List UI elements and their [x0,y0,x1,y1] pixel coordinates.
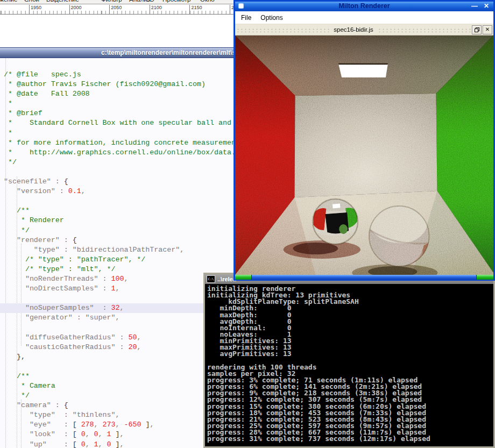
code-line[interactable]: "diffuseGatherRadius" : 50, [0,333,236,343]
code-line[interactable] [0,323,236,332]
ruler-major-tick [29,5,30,14]
ps-menu-item[interactable]: Просмотр [162,0,191,3]
code-segment [4,353,17,361]
milton-titlebar[interactable]: Milton Renderer — ✕ [235,2,493,11]
code-segment: , [124,275,128,283]
code-line[interactable]: "causticGatherRadius" : 20, [0,343,236,352]
code-line[interactable] [0,196,236,206]
restore-button[interactable] [472,25,482,34]
code-segment: */ [4,226,30,234]
code-segment: "version" : [4,187,68,195]
ruler-major-tick [150,5,150,14]
menu-options[interactable]: Options [260,14,282,22]
code-segment [77,440,81,448]
code-segment: , [115,285,119,293]
code-line[interactable]: "type" : "thinlens", [0,410,236,420]
ps-menu-item[interactable]: Окно [200,0,215,3]
code-line[interactable] [0,167,236,177]
code-area[interactable]: /* @file spec.js * @author Travis Fische… [0,58,236,448]
close-button[interactable]: ✕ [482,2,491,10]
ps-menu-item[interactable]: Фильтр [101,0,122,3]
code-line[interactable]: * for more information, including concre… [0,138,236,148]
code-line[interactable]: "noDirectSamples" : 1, [0,284,236,294]
ruler-major-tick [230,5,230,14]
code-line[interactable]: */ [0,391,236,401]
code-segment: ] [111,440,120,448]
code-line[interactable]: "renderer" : { [0,236,236,245]
photoshop-ruler: 195020002050210021502200 [0,4,234,15]
code-segment: * @author Travis Fischer (fisch0920@gmai… [4,80,206,88]
code-line[interactable]: /* "type" : "pathTracer", */ [0,255,236,265]
code-segment: 20 [128,343,137,351]
code-segment: [ [73,430,77,438]
code-line[interactable]: "up" : [ 0, 1, 0 ], [0,440,236,448]
milton-menubar: File Options [235,11,493,24]
code-line[interactable]: * Camera [0,381,236,391]
render-viewport[interactable] [235,35,493,275]
code-line[interactable] [0,294,236,303]
code-line[interactable]: "scenefile" : { [0,177,236,187]
code-segment: * [4,99,12,108]
minimize-button[interactable]: — [470,2,479,10]
code-line[interactable]: * @date Fall 2008 [0,89,236,99]
code-segment: }, [17,353,25,361]
code-line[interactable]: "version" : 0.1, [0,187,236,196]
cornell-box-render [235,35,493,275]
code-segment: * @date Fall 2008 [4,90,90,98]
code-line[interactable]: "noSuperSamples" : 32, [0,303,236,313]
code-line[interactable]: /* @file spec.js [0,70,236,80]
code-line[interactable]: "eye" : [ 278, 273, -650 ], [0,420,236,430]
code-line[interactable]: }, [0,352,236,362]
code-segment: "scenefile" : [4,177,64,186]
editor-titlebar[interactable]: c:\temp\miltonrenderer\miltonrenderer\ml… [0,47,236,58]
code-segment: "generator" : "super", [4,314,119,322]
tab-close-button[interactable]: ✕ [483,25,492,34]
code-line[interactable]: */ [0,226,236,236]
code-line[interactable]: * @brief [0,109,236,118]
code-line[interactable]: * http://www.graphics.cornell.edu/online… [0,148,236,158]
ruler-label: 2150 [191,5,202,10]
code-line[interactable]: /* "type" : "mlt", */ [0,265,236,274]
ps-menu-item[interactable]: Изображение [0,0,17,3]
code-segment: 0 [81,430,86,438]
code-segment: , [119,304,124,312]
code-line[interactable]: * Standard Cornell Box with one specular… [0,118,236,128]
code-line[interactable]: "noRenderThreads" : 100, [0,274,236,284]
code-segment: "noDirectSamples" : [4,285,111,293]
code-line[interactable]: "camera" : { [0,401,236,410]
code-line[interactable]: "generator" : "super", [0,313,236,323]
code-line[interactable] [0,362,236,372]
menu-file[interactable]: File [241,14,251,22]
code-line[interactable]: * @author Travis Fischer (fisch0920@gmai… [0,80,236,89]
code-segment: -650 [124,421,141,429]
code-segment: ] [111,430,120,438]
cmd-icon: C:\ [207,275,215,283]
ps-menu-item[interactable]: Слои [24,0,39,3]
code-segment: /* "type" : "mlt", */ [4,265,115,273]
console-window: C:\ ..\relea initializing rendererinitia… [203,273,495,448]
code-lines: /* @file spec.js * @author Travis Fische… [0,70,236,448]
code-line[interactable]: "look" : [ 0, 0, 1 ], [0,430,236,439]
code-line[interactable]: * Renderer [0,216,236,225]
ruler-minor-ticks [0,11,234,14]
code-line[interactable]: /** [0,206,236,216]
code-segment: { [64,401,68,409]
code-line[interactable]: /** [0,372,236,381]
ps-menu-item[interactable]: 3D [146,0,154,3]
tab-label[interactable]: spec16-bidir.js [329,26,378,33]
ruler-major-tick [69,5,70,14]
code-segment: , [120,430,124,438]
code-segment: , [86,430,94,438]
code-line[interactable]: */ [0,158,236,167]
ps-menu-item[interactable]: Выделение [46,0,79,3]
code-segment: 0.1 [68,187,81,195]
code-line[interactable]: * [0,99,236,109]
code-segment: "diffuseGatherRadius" : [4,333,128,342]
console-output: initializing rendererinitializing kdTree… [205,284,493,446]
code-segment: , [98,440,107,448]
milton-renderer-window: Milton Renderer — ✕ File Options spec16-… [234,0,495,281]
code-line[interactable]: "type" : "bidirectionalPathTracer", [0,245,236,255]
code-segment: , [120,440,124,448]
code-line[interactable]: * [0,129,236,138]
code-segment: 278 [81,421,94,429]
